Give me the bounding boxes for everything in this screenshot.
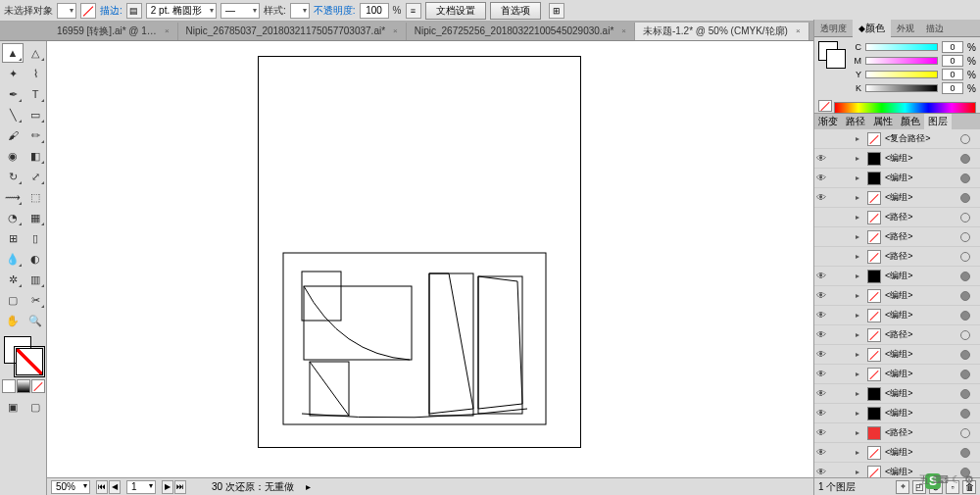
target-icon[interactable]: [960, 272, 970, 281]
visibility-icon[interactable]: 👁: [814, 426, 828, 440]
magic-wand-tool[interactable]: ✦: [2, 64, 24, 83]
cyan-input[interactable]: [942, 41, 963, 53]
target-icon[interactable]: [960, 154, 970, 164]
expand-icon[interactable]: ▸: [856, 330, 865, 339]
next-page-icon[interactable]: ▶: [162, 480, 173, 494]
last-page-icon[interactable]: ⏭: [174, 480, 186, 494]
layer-row[interactable]: 👁▸<编组>: [814, 188, 980, 208]
visibility-icon[interactable]: 👁: [814, 348, 828, 362]
visibility-icon[interactable]: [814, 250, 828, 264]
visibility-icon[interactable]: 👁: [814, 446, 828, 460]
layer-row[interactable]: 👁▸<路径>: [814, 423, 980, 443]
tab-0[interactable]: 16959 [转换].ai* @ 1…×: [49, 23, 178, 40]
layer-row[interactable]: 👁▸<编组>: [814, 286, 980, 306]
rectangle-tool[interactable]: ▭: [24, 105, 46, 124]
target-icon[interactable]: [960, 330, 970, 340]
blend-tool[interactable]: ◐: [24, 249, 46, 269]
layer-row[interactable]: ▸<路径>: [814, 208, 980, 227]
color-mode-icon[interactable]: [2, 379, 16, 393]
zoom-dropdown[interactable]: 50%: [51, 480, 90, 494]
pen-tool[interactable]: ✒: [2, 84, 24, 104]
visibility-icon[interactable]: 👁: [814, 387, 828, 401]
screen-mode-normal[interactable]: ▣: [2, 397, 24, 417]
toggle-panel-icon[interactable]: ≡: [406, 3, 421, 19]
visibility-icon[interactable]: 👁: [814, 270, 828, 283]
visibility-icon[interactable]: 👁: [814, 191, 828, 205]
stroke-profile-dropdown[interactable]: —: [220, 3, 260, 19]
layer-list[interactable]: ▸<复合路径>👁▸<编组>👁▸<编组>👁▸<编组>▸<路径>▸<路径>▸<路径>…: [814, 129, 980, 477]
target-icon[interactable]: [960, 350, 970, 360]
expand-icon[interactable]: ▸: [856, 311, 865, 320]
appearance-tab[interactable]: 外观: [891, 20, 920, 37]
type-tool[interactable]: T: [24, 84, 46, 104]
stroke-align-icon[interactable]: ▤: [126, 3, 142, 19]
expand-icon[interactable]: ▸: [856, 370, 865, 378]
expand-icon[interactable]: ▸: [856, 232, 865, 241]
fill-dropdown[interactable]: [57, 3, 76, 19]
zoom-tool[interactable]: 🔍: [24, 311, 46, 330]
symbol-sprayer-tool[interactable]: ✲: [2, 270, 24, 289]
properties-tab[interactable]: 属性: [869, 114, 897, 129]
direct-selection-tool[interactable]: △: [24, 43, 46, 63]
target-icon[interactable]: [960, 193, 970, 203]
layer-row[interactable]: 👁▸<编组>: [814, 443, 980, 463]
expand-icon[interactable]: ▸: [856, 428, 865, 437]
visibility-icon[interactable]: 👁: [814, 172, 828, 185]
magenta-slider[interactable]: [865, 57, 938, 65]
layer-row[interactable]: 👁▸<路径>: [814, 325, 980, 345]
expand-icon[interactable]: ▸: [856, 173, 865, 182]
transparency-tab[interactable]: 透明度: [814, 20, 853, 37]
rotate-tool[interactable]: ↻: [2, 167, 24, 186]
target-icon[interactable]: [960, 448, 970, 458]
gradient-tab[interactable]: 渐变: [814, 114, 842, 129]
layers-tab[interactable]: 图层: [924, 114, 952, 129]
expand-icon[interactable]: ▸: [856, 350, 865, 359]
scale-tool[interactable]: ⤢: [24, 167, 46, 186]
no-color-icon[interactable]: [818, 100, 832, 112]
swatches-tab[interactable]: 颜色: [897, 114, 924, 129]
target-icon[interactable]: [960, 409, 970, 419]
opacity-input[interactable]: [360, 3, 389, 19]
color-preview[interactable]: [818, 41, 846, 69]
target-icon[interactable]: [960, 291, 970, 301]
expand-icon[interactable]: ▸: [856, 291, 865, 300]
visibility-icon[interactable]: [814, 230, 828, 244]
none-mode-icon[interactable]: [31, 379, 45, 393]
blob-brush-tool[interactable]: ◉: [2, 146, 24, 166]
close-icon[interactable]: ×: [621, 26, 626, 35]
layer-row[interactable]: ▸<复合路径>: [814, 129, 980, 149]
layer-row[interactable]: 👁▸<编组>: [814, 169, 980, 188]
visibility-icon[interactable]: 👁: [814, 466, 828, 478]
tab-3[interactable]: 未标题-1.2* @ 50% (CMYK/轮廓)×: [635, 23, 809, 40]
visibility-icon[interactable]: [814, 132, 828, 146]
yellow-input[interactable]: [942, 69, 963, 80]
expand-icon[interactable]: ▸: [856, 252, 865, 261]
layer-row[interactable]: 👁▸<编组>: [814, 149, 980, 169]
visibility-icon[interactable]: 👁: [814, 289, 828, 303]
graph-tool[interactable]: ▥: [24, 270, 46, 289]
target-icon[interactable]: [960, 252, 970, 262]
layer-row[interactable]: 👁▸<编组>: [814, 345, 980, 365]
tab-2[interactable]: Nipic_26725256_20180322100545029030.ai*×: [407, 23, 635, 40]
artboard-tool[interactable]: ▢: [2, 290, 24, 310]
expand-icon[interactable]: ▸: [306, 481, 311, 492]
fill-stroke-swatches[interactable]: [2, 334, 45, 377]
target-icon[interactable]: [960, 311, 970, 321]
expand-icon[interactable]: ▸: [856, 272, 865, 280]
page-dropdown[interactable]: 1: [126, 480, 156, 494]
mesh-tool[interactable]: ⊞: [2, 228, 24, 248]
expand-icon[interactable]: ▸: [856, 193, 865, 202]
eyedropper-tool[interactable]: 💧: [2, 249, 24, 269]
visibility-icon[interactable]: [814, 211, 828, 224]
target-icon[interactable]: [960, 428, 970, 438]
black-input[interactable]: [942, 82, 963, 94]
expand-icon[interactable]: ▸: [856, 409, 865, 418]
close-icon[interactable]: ×: [393, 26, 398, 35]
target-icon[interactable]: [960, 389, 970, 399]
close-icon[interactable]: ×: [165, 26, 170, 35]
screen-mode-full[interactable]: ▢: [24, 397, 46, 417]
pathfinder-tab[interactable]: 路径: [842, 114, 869, 129]
doc-setup-button[interactable]: 文档设置: [425, 2, 486, 20]
expand-icon[interactable]: ▸: [856, 213, 865, 222]
free-transform-tool[interactable]: ⬚: [24, 187, 46, 207]
